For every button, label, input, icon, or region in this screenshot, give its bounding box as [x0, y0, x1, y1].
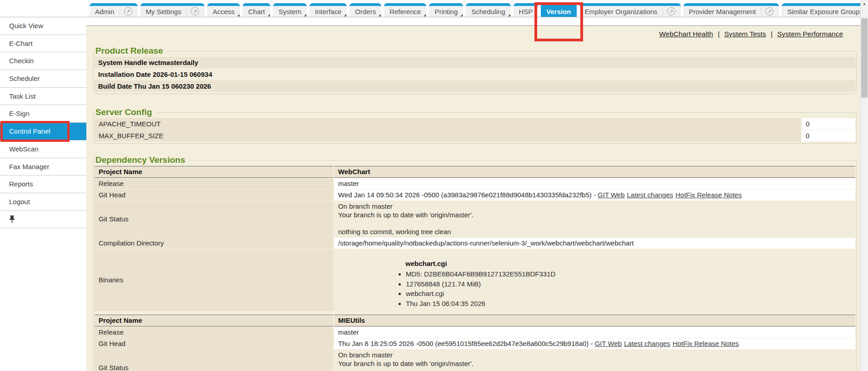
- tab-divider: [761, 7, 761, 16]
- sidebar-item-quick-view[interactable]: Quick View: [0, 17, 86, 35]
- sidebar-item-e-sign[interactable]: E-Sign: [0, 105, 86, 123]
- binary-details-list: MD5: D2BE6B04AF6B9B9127132E551BDF331D 12…: [398, 269, 851, 308]
- tab-label: Orders: [355, 8, 376, 15]
- binary-size: 127658848 (121.74 MiB): [406, 279, 851, 289]
- sidebar-item-logout[interactable]: Logout: [0, 193, 86, 211]
- latest-changes-link[interactable]: Latest changes: [627, 191, 673, 199]
- system-performance-link[interactable]: System Performance: [777, 30, 843, 38]
- git-status-label: Git Status: [95, 201, 333, 237]
- release-value: master: [334, 327, 855, 338]
- external-link-icon: ↗: [765, 7, 773, 15]
- release-label: Release: [95, 178, 333, 189]
- webchart-health-link[interactable]: WebChart Health: [659, 30, 713, 38]
- hotfix-release-notes-link[interactable]: HotFix Release Notes: [675, 191, 742, 199]
- compilation-directory-value: /storage/home/quality/notbackedup/action…: [334, 238, 855, 249]
- config-name: MAX_BUFFER_SIZE: [95, 130, 801, 141]
- project-name-value: WebChart: [334, 166, 855, 178]
- sidebar-item-e-chart[interactable]: E-Chart: [0, 35, 86, 53]
- sidebar-item-reports[interactable]: Reports: [0, 175, 86, 193]
- sidebar-item-checkin[interactable]: Checkin: [0, 52, 86, 70]
- link-separator: |: [771, 30, 773, 38]
- tab-divider: [663, 7, 663, 16]
- sidebar: Quick View E-Chart Checkin Scheduler Tas…: [0, 17, 86, 371]
- tab-divider: [186, 7, 187, 16]
- release-label: Release: [95, 327, 333, 338]
- sidebar-item-control-panel-active[interactable]: Control Panel: [0, 123, 86, 140]
- top-tab-bar: Admin ↗ My Settings ↗ Access Chart Syste…: [0, 0, 868, 17]
- project-header-row: Project Name WebChart: [95, 166, 855, 178]
- tab-version-active[interactable]: Version: [541, 3, 576, 17]
- external-link-icon: ↗: [191, 7, 199, 15]
- tab-system[interactable]: System: [273, 3, 307, 17]
- dependency-versions-section: Dependency Versions Project Name WebChar…: [93, 155, 857, 371]
- tab-provider-management[interactable]: Provider Management ↗: [683, 3, 779, 17]
- sidebar-item-label: Control Panel: [9, 127, 50, 135]
- tab-scheduling[interactable]: Scheduling: [466, 3, 510, 17]
- release-row: Release master: [95, 178, 855, 189]
- dependency-versions-title: Dependency Versions: [95, 155, 189, 165]
- tab-hsp[interactable]: HSP: [514, 3, 539, 17]
- tab-label: Similar Exposure Groups (SEGs): [787, 8, 868, 15]
- pin-icon: [9, 216, 15, 223]
- hotfix-release-notes-link[interactable]: HotFix Release Notes: [673, 340, 739, 347]
- binaries-value: webchart.cgi MD5: D2BE6B04AF6B9B9127132E…: [334, 249, 855, 311]
- vertical-scrollbar[interactable]: ▲: [860, 0, 868, 371]
- release-row: Release master: [95, 327, 855, 338]
- installation-date-row: Installation Date 2026-01-15 060934: [95, 69, 855, 80]
- sidebar-item-webscan[interactable]: WebScan: [0, 140, 86, 158]
- scrollbar-thumb[interactable]: [861, 18, 868, 98]
- sidebar-item-task-list[interactable]: Task List: [0, 88, 86, 105]
- tab-label: Version: [546, 8, 571, 15]
- git-head-text: Wed Jan 14 09:50:34 2026 -0500 (a3983a29…: [338, 191, 598, 199]
- version-page: Admin ↗ My Settings ↗ Access Chart Syste…: [0, 0, 868, 371]
- dropdown-corner-icon: [268, 14, 270, 16]
- sidebar-pin-toggle[interactable]: [0, 211, 86, 229]
- tab-label: Printing: [434, 8, 458, 15]
- git-status-line: On branch master: [338, 351, 851, 360]
- binaries-row: Binaries webchart.cgi MD5: D2BE6B04AF6B9…: [95, 249, 855, 311]
- system-tests-link[interactable]: System Tests: [724, 30, 766, 38]
- dropdown-corner-icon: [508, 14, 510, 16]
- tab-label: My Settings: [146, 8, 181, 15]
- tab-label: Chart: [248, 8, 265, 15]
- tab-my-settings[interactable]: My Settings ↗: [140, 3, 205, 17]
- sidebar-item-fax-manager[interactable]: Fax Manager: [0, 158, 86, 176]
- tab-label: Provider Management: [689, 8, 756, 15]
- git-web-link[interactable]: GIT Web: [595, 340, 622, 347]
- tab-reference[interactable]: Reference: [384, 3, 426, 17]
- tab-orders[interactable]: Orders: [349, 3, 381, 17]
- tab-chart[interactable]: Chart: [243, 3, 270, 17]
- tab-strip: Admin ↗ My Settings ↗ Access Chart Syste…: [86, 0, 868, 17]
- git-status-line: [338, 368, 851, 371]
- tab-label: Scheduling: [471, 8, 505, 15]
- scrollbar-up-arrow[interactable]: ▲: [861, 0, 868, 7]
- server-config-row: MAX_BUFFER_SIZE 0: [95, 130, 855, 141]
- sidebar-item-scheduler[interactable]: Scheduler: [0, 70, 86, 88]
- build-date-row: Build Date Thu Jan 15 060230 2026: [95, 80, 855, 92]
- tab-admin[interactable]: Admin ↗: [90, 3, 138, 17]
- binary-name: webchart.cgi: [405, 259, 851, 268]
- dropdown-corner-icon: [304, 14, 306, 16]
- latest-changes-link[interactable]: Latest changes: [624, 340, 670, 347]
- tab-interface[interactable]: Interface: [309, 3, 347, 17]
- git-web-link[interactable]: GIT Web: [598, 191, 624, 199]
- git-status-value: On branch master Your branch is up to da…: [334, 350, 855, 371]
- tab-label: HSP: [519, 8, 533, 15]
- server-config-section: Server Config APACHE_TIMEOUT 0 MAX_BUFFE…: [93, 107, 857, 144]
- external-link-icon: ↗: [124, 7, 132, 15]
- compilation-directory-label: Compilation Directory: [95, 238, 333, 249]
- content-panel: WebChart Health | System Tests | System …: [86, 25, 868, 371]
- tab-access[interactable]: Access: [207, 3, 240, 17]
- dropdown-corner-icon: [344, 14, 346, 16]
- git-status-label: Git Status: [95, 350, 333, 371]
- dropdown-corner-icon: [424, 14, 426, 16]
- tab-printing[interactable]: Printing: [429, 3, 463, 17]
- git-status-line: nothing to commit, working tree clean: [338, 228, 851, 236]
- git-head-value: Wed Jan 14 09:50:34 2026 -0500 (a3983a29…: [334, 190, 855, 201]
- tab-similar-exposure-groups[interactable]: Similar Exposure Groups (SEGs) ↗: [782, 3, 868, 17]
- git-status-line: [338, 219, 851, 228]
- git-status-value: On branch master Your branch is up to da…: [334, 201, 855, 237]
- tab-divider: [120, 7, 120, 16]
- git-status-row: Git Status On branch master Your branch …: [95, 201, 855, 237]
- tab-employer-organizations[interactable]: Employer Organizations ↗: [579, 3, 681, 17]
